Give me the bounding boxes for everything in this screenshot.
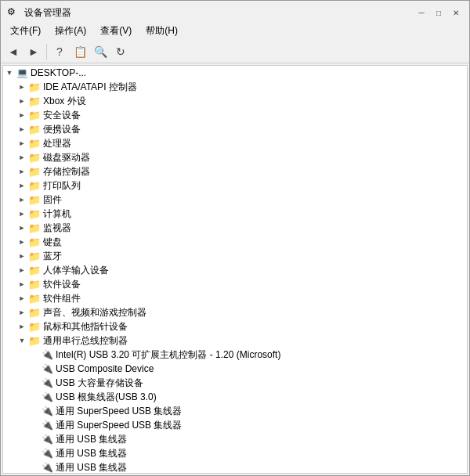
properties-button[interactable]: 📋 [70, 42, 89, 61]
icon-usb-mass: 🔌 [41, 377, 53, 389]
expand-hid[interactable]: ► [16, 264, 28, 276]
tree-item-firmware[interactable]: ► 📁 固件 [3, 193, 467, 207]
close-button[interactable]: ✕ [449, 5, 463, 20]
tree-item-hid[interactable]: ► 📁 人体学输入设备 [3, 263, 467, 277]
refresh-button[interactable]: ↻ [111, 42, 130, 61]
tree-item-mouse[interactable]: ► 📁 鼠标和其他指针设备 [3, 319, 467, 334]
icon-portable: 📁 [28, 123, 41, 135]
expand-firmware[interactable]: ► [16, 193, 28, 206]
icon-computer: 💻 [16, 67, 28, 79]
expand-security[interactable]: ► [16, 109, 28, 121]
label-usb-ss1: 通用 SuperSpeed USB 集线器 [56, 405, 182, 418]
tree-item-keyboard[interactable]: ► 📁 键盘 [3, 235, 467, 249]
tree-item-storage[interactable]: ► 📁 存储控制器 [3, 164, 467, 178]
tree-item-usb-root-30[interactable]: ► 🔌 USB 根集线器(USB 3.0) [3, 390, 467, 404]
device-manager-window: ⚙ 设备管理器 ─ □ ✕ 文件(F) 操作(A) 查看(V) 帮助(H) ◄ … [0, 0, 470, 476]
expand-storage[interactable]: ► [16, 165, 28, 178]
expand-computer[interactable]: ▼ [3, 67, 16, 79]
tree-item-usb-hub3[interactable]: ► 🔌 通用 USB 集线器 [3, 460, 467, 474]
tree-item-usb-hub1[interactable]: ► 🔌 通用 USB 集线器 [3, 432, 467, 446]
tree-item-software-comp[interactable]: ► 📁 软件组件 [3, 291, 467, 305]
tree-item-usb-mass[interactable]: ► 🔌 USB 大容量存储设备 [3, 376, 467, 390]
expand-software-dev[interactable]: ► [16, 278, 28, 290]
tree-item-computer2[interactable]: ► 📁 计算机 [3, 207, 467, 221]
expand-portable[interactable]: ► [16, 123, 28, 135]
help-button[interactable]: ? [50, 42, 69, 61]
forward-button[interactable]: ► [24, 42, 43, 61]
icon-security: 📁 [28, 109, 41, 121]
expand-disk[interactable]: ► [16, 151, 28, 164]
device-tree[interactable]: ▼ 💻 DESKTOP-... ► 📁 IDE ATA/ATAPI 控制器 ► … [2, 65, 468, 474]
expand-keyboard[interactable]: ► [16, 236, 28, 248]
window-title: 设备管理器 [24, 6, 71, 20]
label-usb-composite: USB Composite Device [56, 363, 154, 374]
tree-item-sound[interactable]: ► 📁 声音、视频和游戏控制器 [3, 305, 467, 319]
menu-help[interactable]: 帮助(H) [139, 23, 184, 39]
icon-usb-composite: 🔌 [41, 362, 53, 375]
menu-file[interactable]: 文件(F) [4, 23, 47, 39]
icon-ide: 📁 [28, 81, 41, 93]
toolbar: ◄ ► ? 📋 🔍 ↻ [1, 41, 469, 63]
expand-sound[interactable]: ► [16, 306, 28, 319]
icon-sound: 📁 [28, 306, 41, 319]
expand-xbox[interactable]: ► [16, 95, 28, 107]
icon-usb-ss2: 🔌 [41, 419, 53, 431]
tree-item-disk[interactable]: ► 📁 磁盘驱动器 [3, 150, 467, 164]
icon-usb-hub1: 🔌 [41, 433, 53, 445]
tree-item-bluetooth[interactable]: ► 📁 蓝牙 [3, 249, 467, 263]
expand-printer[interactable]: ► [16, 179, 28, 192]
expand-processor[interactable]: ► [16, 137, 28, 150]
icon-monitor: 📁 [28, 222, 41, 234]
icon-storage: 📁 [28, 165, 41, 178]
label-xbox: Xbox 外设 [43, 95, 86, 108]
expand-ide[interactable]: ► [16, 81, 28, 93]
tree-item-ide[interactable]: ► 📁 IDE ATA/ATAPI 控制器 [3, 80, 467, 94]
expand-mouse[interactable]: ► [16, 320, 28, 333]
maximize-button[interactable]: □ [432, 5, 446, 20]
label-usb-root-30: USB 根集线器(USB 3.0) [56, 391, 157, 404]
title-bar: ⚙ 设备管理器 ─ □ ✕ [1, 1, 469, 21]
tree-item-usb-composite[interactable]: ► 🔌 USB Composite Device [3, 362, 467, 376]
tree-item-security[interactable]: ► 📁 安全设备 [3, 108, 467, 122]
toolbar-separator-1 [46, 44, 47, 60]
tree-item-software-dev[interactable]: ► 📁 软件设备 [3, 277, 467, 291]
back-button[interactable]: ◄ [4, 42, 23, 61]
tree-item-printer[interactable]: ► 📁 打印队列 [3, 178, 467, 193]
label-computer2: 计算机 [43, 207, 71, 221]
tree-item-computer[interactable]: ▼ 💻 DESKTOP-... [3, 66, 467, 80]
icon-printer: 📁 [28, 179, 41, 192]
expand-software-comp[interactable]: ► [16, 292, 28, 305]
tree-item-xbox[interactable]: ► 📁 Xbox 外设 [3, 94, 467, 108]
expand-bluetooth[interactable]: ► [16, 250, 28, 262]
icon-firmware: 📁 [28, 193, 41, 206]
icon-mouse: 📁 [28, 320, 41, 333]
icon-bluetooth: 📁 [28, 250, 41, 262]
tree-item-portable[interactable]: ► 📁 便携设备 [3, 122, 467, 136]
expand-computer2[interactable]: ► [16, 207, 28, 220]
search-button[interactable]: 🔍 [91, 42, 110, 61]
expand-usb-root[interactable]: ▼ [16, 334, 28, 347]
menu-action[interactable]: 操作(A) [49, 23, 92, 39]
label-storage: 存储控制器 [43, 165, 90, 178]
icon-usb-hub2: 🔌 [41, 447, 53, 460]
icon-disk: 📁 [28, 151, 41, 164]
expand-monitor[interactable]: ► [16, 222, 28, 234]
menu-view[interactable]: 查看(V) [94, 23, 138, 39]
icon-usb-root-30: 🔌 [41, 391, 53, 403]
tree-item-monitor[interactable]: ► 📁 监视器 [3, 221, 467, 235]
tree-item-usb-hub2[interactable]: ► 🔌 通用 USB 集线器 [3, 446, 467, 460]
minimize-button[interactable]: ─ [414, 5, 428, 20]
icon-software-dev: 📁 [28, 278, 41, 290]
label-processor: 处理器 [43, 137, 71, 150]
tree-item-usb-root[interactable]: ▼ 📁 通用串行总线控制器 [3, 334, 467, 348]
label-sound: 声音、视频和游戏控制器 [43, 306, 146, 319]
label-monitor: 监视器 [43, 222, 71, 235]
label-disk: 磁盘驱动器 [43, 151, 90, 164]
label-ide: IDE ATA/ATAPI 控制器 [43, 81, 137, 94]
label-bluetooth: 蓝牙 [43, 250, 62, 263]
tree-item-usb-ss1[interactable]: ► 🔌 通用 SuperSpeed USB 集线器 [3, 404, 467, 418]
tree-item-processor[interactable]: ► 📁 处理器 [3, 136, 467, 150]
app-icon: ⚙ [7, 6, 20, 19]
tree-item-intel-usb[interactable]: ► 🔌 Intel(R) USB 3.20 可扩展主机控制器 - 1.20 (M… [3, 348, 467, 362]
tree-item-usb-ss2[interactable]: ► 🔌 通用 SuperSpeed USB 集线器 [3, 418, 467, 432]
